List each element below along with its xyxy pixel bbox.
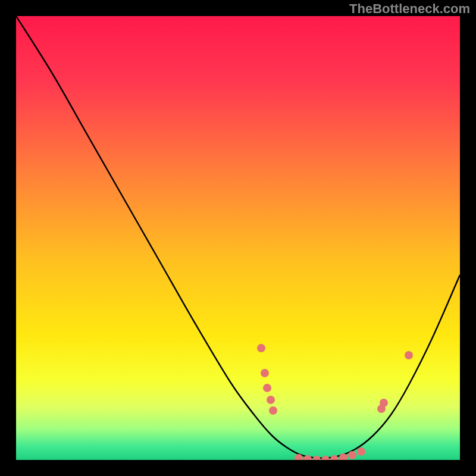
curve-line	[16, 16, 460, 458]
scatter-dot	[339, 453, 347, 460]
scatter-dot	[380, 399, 388, 407]
scatter-dot	[257, 344, 265, 352]
scatter-dot	[312, 456, 321, 460]
scatter-dot	[261, 369, 269, 377]
scatter-dot	[269, 406, 277, 415]
scatter-dot	[321, 456, 330, 460]
scatter-dot	[357, 447, 365, 456]
chart-plot-area	[16, 16, 460, 460]
watermark-text: TheBottleneck.com	[349, 1, 470, 17]
chart-overlay	[16, 16, 460, 460]
scatter-dot	[263, 384, 271, 392]
scatter-dot	[267, 396, 275, 404]
scatter-dot	[405, 351, 413, 359]
scatter-dot	[348, 451, 356, 459]
